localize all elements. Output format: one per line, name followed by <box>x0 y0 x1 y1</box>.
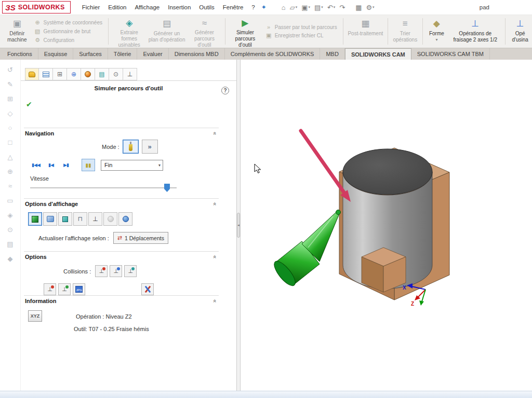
sidebar-tool-icon[interactable]: ⊙ <box>4 226 17 236</box>
collapse-chevron-icon[interactable]: « <box>212 132 218 135</box>
tab-tolerie[interactable]: Tôlerie <box>108 48 138 60</box>
open-dropdown-icon[interactable]: ▾ <box>296 5 298 9</box>
tab-evaluer[interactable]: Evaluer <box>137 48 168 60</box>
ok-check-button[interactable]: ✔ <box>26 100 32 108</box>
sidebar-tool-icon[interactable]: ≈ <box>4 182 17 192</box>
document-tab[interactable]: ▤ <box>95 68 109 80</box>
coordinate-system-button[interactable]: ⊕Système de coordonnées <box>34 19 102 26</box>
speed-slider-track[interactable] <box>30 187 177 189</box>
home-button[interactable]: ⌂ <box>280 3 287 12</box>
cam-operation-tree-tab[interactable] <box>39 68 53 80</box>
display-options-header[interactable]: Options d'affichage « <box>24 198 219 208</box>
sidebar-tool-icon[interactable]: ◆ <box>4 255 17 265</box>
sidebar-tool-icon[interactable]: ◇ <box>4 109 17 119</box>
tab-esquisse[interactable]: Esquisse <box>38 48 74 60</box>
position-dropdown[interactable]: Fin ▾ <box>101 160 163 171</box>
sidebar-tool-icon[interactable]: ⊞ <box>4 95 17 105</box>
tab-surfaces[interactable]: Surfaces <box>73 48 108 60</box>
open-button[interactable]: ▱▾ <box>288 3 299 12</box>
sidebar-tool-icon[interactable]: ▭ <box>4 197 17 207</box>
post-process-button[interactable]: ▦ Post-traitement <box>346 16 385 47</box>
splitter-grip[interactable]: ◂ <box>237 213 240 238</box>
show-gouge-marks-button[interactable]: ⊥ <box>58 283 71 295</box>
cam-feature-tree-tab[interactable] <box>25 68 39 80</box>
show-fixture-button[interactable]: ⊓ <box>73 212 87 226</box>
world-tab[interactable] <box>81 68 95 80</box>
show-collision-marks-button[interactable]: ⊥ <box>44 283 56 295</box>
sidebar-tool-icon[interactable]: ✎ <box>4 80 17 90</box>
show-target-ghost-button[interactable] <box>103 212 117 226</box>
save-image-button[interactable]: JPG <box>73 283 85 295</box>
solidworks-logo[interactable]: ЗS SOLIDWORKS <box>2 1 71 13</box>
menu-edition[interactable]: Edition <box>104 2 130 13</box>
menu-help[interactable]: ? <box>247 2 259 13</box>
show-target-solid-button[interactable] <box>118 212 132 226</box>
generate-toolpath-button[interactable]: ≈ Générer parcours d'outil <box>187 16 222 47</box>
extract-machinable-features-button[interactable]: ◈ Extraire formes usinables <box>111 16 147 47</box>
collapse-chevron-icon[interactable]: « <box>212 255 218 258</box>
collapse-chevron-icon[interactable]: « <box>212 202 218 205</box>
print-button[interactable]: ▤▾ <box>313 3 325 12</box>
generate-operation-plan-button[interactable]: ▤ Générer un plan d'opération <box>147 16 186 47</box>
help-button[interactable]: ? <box>221 87 229 94</box>
save-cl-file-button[interactable]: ▣Enregistrer fichier CL <box>265 32 337 39</box>
xyz-coordinates-button[interactable]: XYZ <box>28 310 42 322</box>
show-stock-button[interactable] <box>58 212 72 226</box>
simulate-toolpath-button[interactable]: ▶ Simuler parcours d'outil <box>228 16 262 47</box>
tab-solidworks-cam-tbm[interactable]: SOLIDWORKS CAM TBM <box>411 48 490 60</box>
speed-slider-thumb[interactable] <box>164 184 170 192</box>
collision-stop-button[interactable]: ⊥ <box>95 265 108 277</box>
pin-menu-icon[interactable]: ✦ <box>259 4 271 11</box>
target-tab[interactable]: ⊕ <box>67 68 81 80</box>
sidebar-tool-icon[interactable]: ◈ <box>4 211 17 221</box>
feature-dropdown-icon[interactable]: ▾ <box>435 37 437 43</box>
information-header[interactable]: Information « <box>24 295 219 305</box>
undo-dropdown-icon[interactable]: ▾ <box>334 5 336 9</box>
undo-button[interactable]: ↶▾ <box>326 3 337 12</box>
collision-holder-button[interactable]: ⊥ <box>110 265 122 277</box>
define-machine-button[interactable]: ▣ Définir machine <box>3 16 31 47</box>
sidebar-tool-icon[interactable]: ▤ <box>4 240 17 250</box>
machining-operations-button[interactable]: ⊥ Opé d'usina <box>508 16 532 47</box>
sidebar-tool-icon[interactable]: ○ <box>4 124 17 134</box>
tool-tab[interactable]: ⊥ <box>123 68 137 80</box>
mill-operations-button[interactable]: ⊥ Opérations de fraisage 2 axes 1/2 <box>448 16 502 47</box>
cutting-tool[interactable] <box>271 210 340 289</box>
redo-button[interactable]: ↷ <box>338 3 347 12</box>
menu-fenetre[interactable]: Fenêtre <box>219 2 248 13</box>
show-holder-button[interactable] <box>43 212 57 226</box>
menu-outils[interactable]: Outils <box>195 2 218 13</box>
simulation-settings-button[interactable] <box>141 283 154 295</box>
sidebar-tool-icon[interactable]: ⊕ <box>4 168 17 177</box>
panel-splitter[interactable]: ◂ <box>236 60 241 391</box>
tool-mode-button[interactable] <box>123 140 139 154</box>
options-button[interactable]: ⚙▾ <box>364 3 376 12</box>
save-dropdown-icon[interactable]: ▾ <box>309 5 311 9</box>
tab-complements[interactable]: Compléments de SOLIDWORKS <box>225 48 321 60</box>
step-through-toolpath-button[interactable]: »Passer par tout le parcours <box>265 24 337 30</box>
history-tab[interactable]: ⊙ <box>109 68 123 80</box>
print-dropdown-icon[interactable]: ▾ <box>321 5 323 9</box>
sidebar-tool-icon[interactable]: □ <box>4 139 17 148</box>
graphics-area[interactable]: X Z <box>241 60 532 391</box>
menu-insertion[interactable]: Insertion <box>164 2 195 13</box>
step-back-button[interactable]: ▮◀ <box>44 159 58 171</box>
configuration-button[interactable]: ⚙Configuration <box>34 37 102 44</box>
cam-tools-tree-tab[interactable]: ⊞ <box>53 68 67 80</box>
sidebar-tool-icon[interactable]: ↺ <box>4 66 17 76</box>
tab-fonctions[interactable]: Fonctions <box>2 48 38 60</box>
tab-mbd[interactable]: MBD <box>320 48 344 60</box>
turbo-mode-button[interactable]: » <box>142 140 158 154</box>
tab-solidworks-cam[interactable]: SOLIDWORKS CAM <box>345 48 411 60</box>
display-settings-button[interactable]: ▦ <box>354 3 363 12</box>
collision-fixture-button[interactable]: ⊥ <box>124 265 137 277</box>
options-dropdown-icon[interactable]: ▾ <box>373 5 375 9</box>
feature-button[interactable]: ◆ Forme ▾ <box>425 16 448 47</box>
speed-slider[interactable] <box>30 183 177 193</box>
options-header[interactable]: Options « <box>24 251 219 261</box>
menu-affichage[interactable]: Affichage <box>130 2 164 13</box>
step-forward-button[interactable]: ▶▮ <box>59 159 73 171</box>
show-tool-shank-button[interactable]: ⊥ <box>88 212 102 226</box>
moves-update-button[interactable]: ⇄ 1 Déplacements <box>113 232 168 244</box>
show-tool-button[interactable] <box>28 212 42 226</box>
